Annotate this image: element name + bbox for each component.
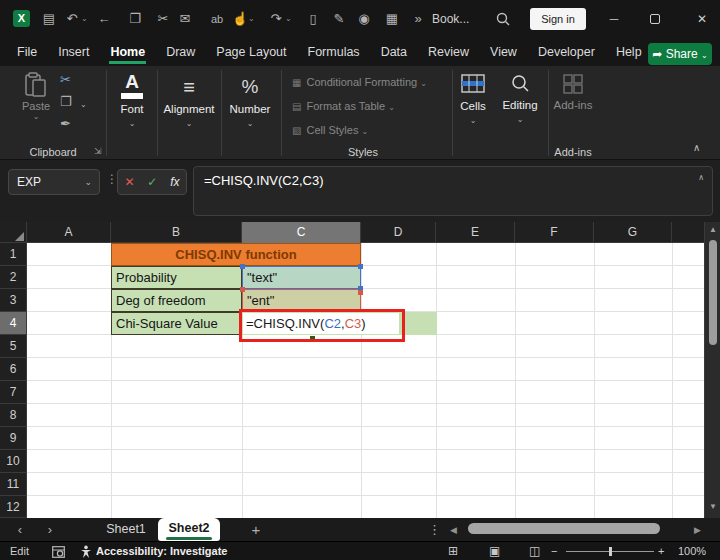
tab-formulas[interactable]: Formulas: [307, 40, 361, 64]
back-icon[interactable]: ←: [96, 0, 112, 38]
zoom-out-button[interactable]: −: [551, 542, 557, 560]
prev-sheet-icon[interactable]: ‹: [12, 518, 28, 541]
undo-icon[interactable]: ↶: [64, 0, 80, 38]
minimize-button[interactable]: ─: [604, 0, 624, 38]
column-header-d[interactable]: D: [361, 222, 436, 243]
conditional-formatting-button[interactable]: ▦Conditional Formatting ⌄: [292, 76, 427, 90]
format-icon[interactable]: ✎: [331, 0, 347, 38]
paste-button[interactable]: Paste ⌄: [16, 72, 56, 136]
enter-button[interactable]: ✓: [147, 175, 157, 189]
cut-icon[interactable]: ✂: [155, 0, 171, 38]
normal-view-icon[interactable]: ⊞: [448, 542, 458, 560]
formula-input[interactable]: =CHISQ.INV(C2,C3) ∧: [193, 166, 713, 216]
column-header-c[interactable]: C: [242, 222, 361, 243]
row-header-1[interactable]: 1: [0, 243, 27, 266]
name-box[interactable]: EXP ⌄: [8, 169, 100, 195]
hscroll-right-icon[interactable]: ▶: [694, 525, 701, 535]
macro-record-icon[interactable]: [52, 546, 65, 558]
redo-icon[interactable]: ↷: [268, 0, 284, 38]
cell-b4-label[interactable]: Chi-Square Value: [111, 312, 242, 335]
save-icon[interactable]: ▤: [41, 0, 57, 38]
camera-icon[interactable]: ◉: [356, 0, 372, 38]
row-header-5[interactable]: 5: [0, 335, 27, 358]
hscroll-left-icon[interactable]: ◀: [450, 525, 457, 535]
collapse-ribbon-icon[interactable]: ∧: [693, 142, 700, 153]
accessibility-icon[interactable]: [80, 545, 92, 559]
copy-icon[interactable]: ❐: [127, 0, 143, 38]
cell-b2-label[interactable]: Probability: [111, 266, 242, 289]
search-icon[interactable]: [496, 12, 510, 26]
column-header-a[interactable]: A: [27, 222, 111, 243]
copy-chevron-icon[interactable]: ⌄: [80, 100, 87, 109]
select-all-button[interactable]: [0, 222, 27, 243]
tab-home[interactable]: Home: [109, 40, 146, 64]
cell-c2-value[interactable]: "text": [242, 266, 361, 289]
sheet-tab-sheet1[interactable]: Sheet1: [100, 518, 152, 541]
addins-group-button[interactable]: Add-ins: [552, 72, 594, 111]
maximize-button[interactable]: [650, 14, 660, 24]
row-header-8[interactable]: 8: [0, 404, 27, 427]
row-header-2[interactable]: 2: [0, 266, 27, 289]
close-button[interactable]: ✕: [692, 0, 712, 38]
spreadsheet-grid[interactable]: CHISQ.INV function Probability Deg of fr…: [27, 243, 704, 518]
scroll-down-icon[interactable]: ▼: [705, 502, 720, 511]
cell-b1-table-title[interactable]: CHISQ.INV function: [111, 243, 361, 266]
tab-page-layout[interactable]: Page Layout: [215, 40, 287, 64]
range-handle-blue[interactable]: [358, 264, 363, 269]
range-handle-blue[interactable]: [240, 264, 245, 269]
accessibility-status[interactable]: Accessibility: Investigate: [96, 542, 227, 560]
vertical-scrollbar[interactable]: ▲ ▼: [704, 222, 720, 518]
collapse-formula-bar-icon[interactable]: ∧: [698, 173, 704, 182]
row-header-9[interactable]: 9: [0, 427, 27, 450]
tab-developer[interactable]: Developer: [537, 40, 596, 64]
copy-button[interactable]: ❐: [60, 94, 72, 109]
editing-group-button[interactable]: Editing ⌄: [498, 72, 542, 124]
insert-function-button[interactable]: fx: [170, 175, 179, 189]
column-header-g[interactable]: G: [594, 222, 672, 243]
row-header-10[interactable]: 10: [0, 450, 27, 473]
range-handle-red[interactable]: [358, 290, 363, 295]
row-header-6[interactable]: 6: [0, 358, 27, 381]
add-sheet-button[interactable]: +: [248, 518, 264, 541]
tab-file[interactable]: File: [16, 40, 38, 64]
row-header-4[interactable]: 4: [0, 312, 27, 335]
cell-b3-label[interactable]: Deg of freedom: [111, 289, 242, 312]
horizontal-scrollbar-thumb[interactable]: [468, 523, 660, 534]
alignment-group-button[interactable]: ≡ Alignment ⌄: [160, 72, 218, 128]
sheet-options-dots-icon[interactable]: ⋮: [428, 518, 440, 541]
column-header-b[interactable]: B: [111, 222, 242, 243]
redo-chevron-icon[interactable]: ⌄: [285, 0, 292, 38]
zoom-slider-thumb[interactable]: [609, 547, 612, 556]
cut-button[interactable]: ✂: [60, 72, 71, 87]
touch-mode-icon[interactable]: ☝: [232, 0, 248, 38]
tab-view[interactable]: View: [489, 40, 518, 64]
column-header-e[interactable]: E: [436, 222, 515, 243]
share-button[interactable]: ➦ Share ⌄: [648, 43, 712, 65]
mail-icon[interactable]: ✉: [177, 0, 193, 38]
clipboard-dialog-launcher-icon[interactable]: ⇲: [94, 146, 102, 156]
row-header-7[interactable]: 7: [0, 381, 27, 404]
column-header-f[interactable]: F: [515, 222, 594, 243]
find-replace-icon[interactable]: ab: [208, 0, 226, 38]
row-header-12[interactable]: 12: [0, 496, 27, 518]
number-group-button[interactable]: % Number ⌄: [224, 72, 276, 128]
tab-data[interactable]: Data: [380, 40, 408, 64]
format-as-table-button[interactable]: ▤Format as Table ⌄: [292, 100, 395, 114]
vertical-scrollbar-thumb[interactable]: [709, 240, 717, 345]
undo-chevron-icon[interactable]: ⌄: [81, 0, 88, 38]
page-layout-view-icon[interactable]: ▣: [489, 542, 500, 560]
font-group-button[interactable]: A Font ⌄: [112, 72, 152, 128]
touch-mode-chevron-icon[interactable]: ⌄: [248, 0, 255, 38]
tab-review[interactable]: Review: [427, 40, 470, 64]
range-handle-red[interactable]: [240, 287, 245, 292]
zoom-in-button[interactable]: +: [658, 542, 664, 560]
scroll-up-icon[interactable]: ▲: [705, 225, 720, 234]
format-painter-button[interactable]: ✒: [60, 116, 71, 131]
cell-styles-button[interactable]: ▧Cell Styles ⌄: [292, 124, 368, 138]
cancel-button[interactable]: ✕: [124, 175, 134, 189]
qat-overflow-icon[interactable]: »: [410, 0, 426, 38]
lookup-icon[interactable]: ▦: [384, 0, 400, 38]
new-file-icon[interactable]: ▯: [305, 0, 321, 38]
sign-in-button[interactable]: Sign in: [530, 8, 586, 30]
tab-help[interactable]: Help: [615, 40, 643, 64]
